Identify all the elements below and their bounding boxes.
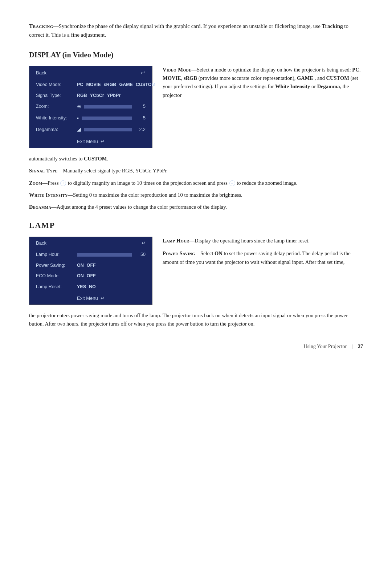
lamp-hour-term: Lamp Hour [163, 238, 189, 244]
degamma-icon: ◢ [77, 126, 81, 134]
lamp-section-heading: LAMP [29, 219, 363, 232]
lamp-menu-panel: Back ↵ Lamp Hour: 50 Power Saving: ON OF… [29, 237, 152, 305]
custom-bold: CUSTOM [326, 75, 349, 81]
zoom-plus-icon: ⊕ [77, 103, 81, 111]
pc-bold: PC [352, 67, 359, 73]
signal-type-term: Signal Type [29, 168, 58, 173]
zoom-desc: Zoom—Press + to digitally magnify an ima… [29, 179, 363, 187]
degamma-value: 2.2 [135, 126, 146, 133]
display-white-intensity-row: White Intensity: ▪ 5 [29, 113, 152, 124]
eco-mode-on: ON [77, 273, 84, 279]
option-pc: PC [77, 81, 83, 88]
lamp-menu-footer: Exit Menu ↵ [29, 292, 152, 305]
signal-type-desc: Signal Type—Manually select signal type … [29, 167, 363, 175]
power-saving-off: OFF [87, 262, 96, 269]
zoom-term: Zoom [29, 180, 42, 186]
white-intensity-label: White Intensity: [36, 115, 74, 122]
lamp-body-text: the projector enters power saving mode a… [29, 311, 363, 328]
degamma-slider-bar [84, 128, 132, 131]
white-intensity-icon: ▪ [77, 114, 79, 122]
eco-mode-options: ON OFF [77, 273, 96, 279]
zoom-slider-bar [84, 105, 132, 109]
exit-menu-label: Exit Menu [77, 138, 98, 145]
lamp-back-label: Back [36, 240, 46, 247]
display-enter-icon: ↵ [141, 69, 146, 77]
option-ycbcr: YCbCr [90, 92, 104, 99]
lamp-section: LAMP Back ↵ Lamp Hour: 50 Power Saving: … [29, 219, 363, 328]
display-section-heading: DISPLAY (in Video Mode) [29, 49, 363, 61]
white-intensity-bold: White Intensity [275, 83, 310, 89]
lamp-hour-desc: Lamp Hour—Display the operating hours si… [163, 237, 363, 245]
option-custom: CUSTOM [136, 81, 155, 88]
video-mode-options: PC MOVIE sRGB GAME CUSTOM [77, 81, 155, 88]
lamp-reset-options: YES NO [77, 283, 96, 290]
intro-paragraph: Tracking—Synchronize the phase of the di… [29, 22, 363, 39]
display-menu-panel: Back ↵ Video Mode: PC MOVIE sRGB GAME CU… [29, 66, 152, 148]
lamp-hour-row: Lamp Hour: 50 [29, 249, 152, 260]
display-video-mode-row: Video Mode: PC MOVIE sRGB GAME CUSTOM [29, 79, 152, 90]
page-number: 27 [358, 343, 363, 351]
lamp-side-description: Lamp Hour—Display the operating hours si… [163, 237, 363, 266]
option-game: GAME [119, 81, 133, 88]
signal-type-label: Signal Type: [36, 92, 74, 99]
lamp-exit-enter-icon: ↵ [101, 295, 105, 302]
option-rgb: RGB [77, 92, 87, 99]
lamp-enter-icon: ↵ [142, 240, 146, 247]
display-degamma-row: Degamma: ◢ 2.2 [29, 124, 152, 135]
lamp-reset-row: Lamp Reset: YES NO [29, 282, 152, 292]
degamma-bold: Degamma [317, 83, 340, 89]
eco-mode-off: OFF [87, 273, 96, 279]
tracking-term: Tracking [29, 23, 53, 29]
display-side-description: Video Mode—Select a mode to optimize the… [163, 66, 363, 99]
power-saving-on-bold: ON [215, 250, 222, 256]
display-menu-header: Back ↵ [29, 66, 152, 79]
degamma-label: Degamma: [36, 126, 74, 133]
option-srgb: sRGB [104, 81, 117, 88]
display-signal-type-row: Signal Type: RGB YCbCr YPbPr [29, 90, 152, 101]
video-mode-desc: Video Mode—Select a mode to optimize the… [163, 66, 363, 99]
lamp-hour-label: Lamp Hour: [36, 251, 74, 258]
exit-enter-icon: ↵ [101, 138, 105, 145]
auto-switch-text: automatically switches to CUSTOM. [29, 155, 363, 163]
power-saving-on: ON [77, 262, 84, 269]
tracking-inline: Tracking [322, 23, 343, 29]
plus-circle-icon: + [60, 180, 66, 186]
power-saving-term: Power Saving [163, 250, 195, 256]
minus-circle-icon: − [229, 180, 235, 186]
lamp-reset-label: Lamp Reset: [36, 283, 74, 290]
lamp-reset-yes: YES [77, 283, 86, 290]
display-back-label: Back [36, 69, 46, 77]
display-section-block: Back ↵ Video Mode: PC MOVIE sRGB GAME CU… [29, 66, 363, 148]
white-intensity-desc: White Intensity—Setting 0 to maximize th… [29, 191, 363, 199]
lamp-hour-value: 50 [135, 251, 146, 258]
custom-inline: CUSTOM [84, 156, 107, 162]
video-mode-label: Video Mode: [36, 81, 74, 88]
eco-mode-row: ECO Mode: ON OFF [29, 271, 152, 281]
lamp-hour-slider-bar [77, 253, 132, 257]
lamp-reset-no: NO [89, 283, 96, 290]
zoom-value: 5 [135, 103, 146, 110]
page-title: Using Your Projector [304, 343, 347, 351]
display-zoom-row: Zoom: ⊕ 5 [29, 101, 152, 113]
bottom-nav: Using Your Projector | 27 [29, 343, 363, 351]
power-saving-desc: Power Saving—Select ON to set the power … [163, 249, 363, 266]
degamma-desc: Degamma—Adjust among the 4 preset values… [29, 203, 363, 211]
intro-text1: —Synchronize the phase of the display si… [53, 23, 322, 29]
option-movie: MOVIE [86, 81, 101, 88]
white-intensity-value: 5 [135, 115, 146, 122]
degamma-term: Degamma [29, 204, 51, 210]
lamp-menu-header: Back ↵ [29, 237, 152, 249]
lamp-section-block: Back ↵ Lamp Hour: 50 Power Saving: ON OF… [29, 237, 363, 305]
power-saving-label: Power Saving: [36, 262, 74, 269]
video-mode-term: Video Mode [163, 67, 191, 73]
nav-separator: | [352, 343, 353, 351]
srgb-bold: sRGB [184, 75, 197, 81]
eco-mode-label: ECO Mode: [36, 273, 74, 279]
power-saving-options: ON OFF [77, 262, 96, 269]
display-menu-footer: Exit Menu ↵ [29, 135, 152, 148]
white-intensity-term: White Intensity [29, 192, 68, 198]
white-intensity-slider-bar [82, 117, 132, 120]
lamp-exit-menu-label: Exit Menu [77, 295, 98, 302]
movie-bold: MOVIE [163, 75, 181, 81]
power-saving-row: Power Saving: ON OFF [29, 260, 152, 271]
